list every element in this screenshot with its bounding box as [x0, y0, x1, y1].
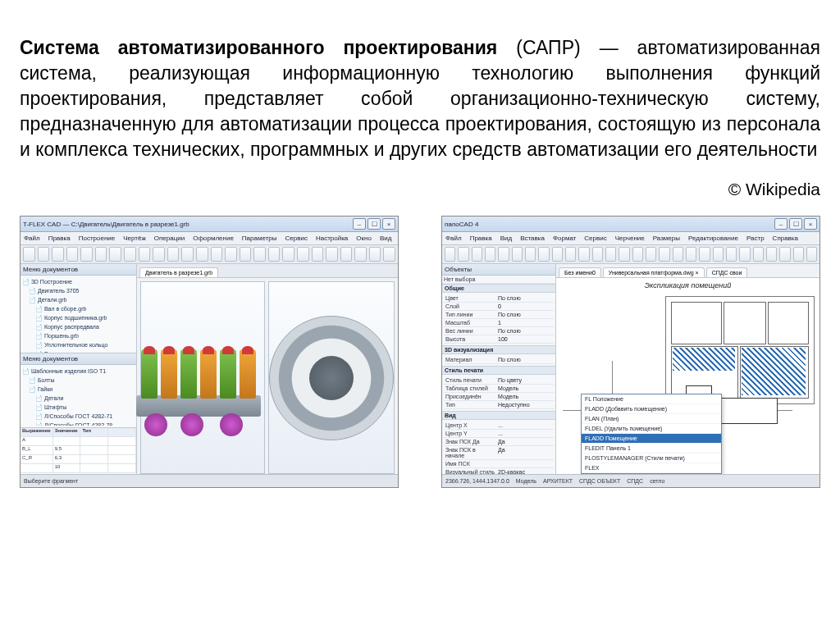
- tree-node[interactable]: Детали.grb: [22, 295, 135, 304]
- toolbar-button[interactable]: [282, 247, 294, 262]
- menu-item[interactable]: Растр: [746, 235, 765, 242]
- toolbar-button[interactable]: [779, 247, 790, 262]
- property-value[interactable]: Да: [496, 438, 554, 445]
- grid-cell[interactable]: [108, 446, 136, 455]
- menu-item[interactable]: Окно: [356, 235, 372, 242]
- popup-item[interactable]: FLEDIT Панель 1: [582, 444, 721, 454]
- document-tab[interactable]: СПДС свои: [706, 267, 748, 277]
- close-icon[interactable]: ×: [382, 218, 395, 230]
- menu-item[interactable]: Вид: [500, 235, 512, 242]
- toolbar-button[interactable]: [512, 247, 523, 262]
- menu-item[interactable]: Сервис: [285, 235, 308, 242]
- property-value[interactable]: ...: [496, 422, 554, 429]
- toolbar-button[interactable]: [646, 247, 656, 262]
- property-value[interactable]: Модель: [496, 393, 554, 400]
- property-row[interactable]: ЦветПо слою: [444, 294, 554, 303]
- grid-cell[interactable]: [21, 464, 53, 473]
- grid-cell[interactable]: [108, 437, 136, 446]
- grid-cell[interactable]: [108, 464, 136, 473]
- toolbar-button[interactable]: [383, 247, 395, 262]
- toolbar-button[interactable]: [806, 247, 817, 262]
- grid-cell[interactable]: [108, 455, 136, 464]
- toolbar-button[interactable]: [38, 247, 50, 262]
- minimize-icon[interactable]: –: [774, 218, 788, 230]
- grid-cell[interactable]: C_R: [21, 455, 53, 464]
- toolbar-button[interactable]: [312, 247, 324, 262]
- grid-cell[interactable]: [80, 437, 108, 446]
- toolbar-button[interactable]: [445, 247, 455, 262]
- status-tab[interactable]: Модель: [516, 478, 536, 484]
- tree-node[interactable]: Поршень.grb: [22, 331, 135, 340]
- toolbar-button[interactable]: [673, 247, 683, 262]
- toolbar-button[interactable]: [240, 247, 252, 262]
- model-tree[interactable]: 3D ПостроениеДвигатель 3705Детали.grbВал…: [21, 276, 136, 353]
- toolbar-button[interactable]: [124, 247, 136, 262]
- grid-cell[interactable]: B_L: [21, 446, 53, 455]
- toolbar-button[interactable]: [80, 247, 93, 262]
- toolbar-button[interactable]: [225, 247, 237, 262]
- popup-item[interactable]: FLADD (Добавить помещение): [582, 404, 721, 414]
- tree-node[interactable]: 3D Построение: [22, 277, 135, 286]
- toolbar-button[interactable]: [619, 247, 629, 262]
- menu-item[interactable]: Файл: [445, 235, 462, 242]
- status-tab[interactable]: СПДС ОБЪЕКТ: [579, 478, 620, 484]
- close-icon[interactable]: ×: [804, 218, 817, 230]
- grid-cell[interactable]: [80, 455, 108, 464]
- status-tab[interactable]: АРХИТЕКТ: [543, 478, 573, 484]
- tree-node[interactable]: Корпус подшипника.grb: [22, 313, 135, 322]
- menu-item[interactable]: Вставка: [520, 235, 545, 242]
- toolbar-button[interactable]: [153, 247, 165, 262]
- toolbar-button[interactable]: [458, 247, 468, 262]
- menu-item[interactable]: Параметры: [242, 235, 277, 242]
- property-value[interactable]: Модель: [496, 385, 554, 392]
- viewport-3d-engine[interactable]: [140, 281, 265, 474]
- status-tab[interactable]: СПДС: [627, 478, 643, 484]
- toolbar-button[interactable]: [565, 247, 576, 262]
- menu-item[interactable]: Формат: [553, 235, 576, 242]
- tree-node[interactable]: Двигатель 3705: [22, 286, 135, 295]
- property-value[interactable]: 100: [496, 335, 554, 343]
- property-value[interactable]: По слою: [496, 311, 554, 318]
- toolbar-button[interactable]: [578, 247, 589, 262]
- autocomplete-popup[interactable]: FL ПоложениеFLADD (Добавить помещение)FL…: [581, 394, 722, 474]
- grid-cell[interactable]: [80, 464, 108, 473]
- viewport-3d-flywheel[interactable]: [268, 281, 395, 474]
- document-tab[interactable]: Двигатель в разрезе1.grb: [139, 267, 218, 277]
- menu-item[interactable]: Правка: [470, 235, 492, 242]
- property-row[interactable]: Масштаб1: [444, 319, 554, 327]
- tree-node[interactable]: Л/Способы ГОСТ 4282-71: [22, 412, 135, 421]
- menu-item[interactable]: Вид: [380, 235, 391, 242]
- toolbar-button[interactable]: [592, 247, 603, 262]
- toolbar-button[interactable]: [297, 247, 309, 262]
- grid-cell[interactable]: 6,3: [53, 455, 81, 464]
- tree-node[interactable]: Уплотнительное кольцо: [22, 340, 135, 349]
- property-row[interactable]: Знак ПСК ДаДа: [444, 438, 554, 446]
- property-value[interactable]: По слою: [496, 356, 554, 363]
- document-tab[interactable]: Без имени0: [559, 267, 601, 277]
- toolbar-button[interactable]: [52, 247, 64, 262]
- property-row[interactable]: Стиль печатиПо цвету: [444, 376, 554, 385]
- toolbar-button[interactable]: [253, 247, 266, 262]
- menu-item[interactable]: Оформление: [193, 235, 234, 242]
- menu-item[interactable]: Чертёж: [123, 235, 146, 242]
- property-row[interactable]: Высота100: [444, 335, 554, 344]
- grid-cell[interactable]: A: [21, 437, 53, 446]
- toolbar-button[interactable]: [538, 247, 549, 262]
- property-value[interactable]: Да: [496, 446, 554, 459]
- property-row[interactable]: Тип линииПо слою: [444, 311, 554, 319]
- toolbar-button[interactable]: [340, 247, 353, 262]
- toolbar-button[interactable]: [167, 247, 180, 262]
- toolbar-button[interactable]: [766, 247, 777, 262]
- property-value[interactable]: По слою: [496, 327, 554, 335]
- toolbar-button[interactable]: [686, 247, 696, 262]
- menu-item[interactable]: Операции: [154, 235, 185, 242]
- property-row[interactable]: ПрисоединёнМодель: [444, 393, 554, 401]
- toolbar-button[interactable]: [739, 247, 750, 262]
- tree-node[interactable]: Л/Способы ГОСТ 4282-78: [22, 421, 135, 426]
- menu-item[interactable]: Справка: [773, 235, 798, 242]
- toolbar-button[interactable]: [699, 247, 710, 262]
- toolbar-button[interactable]: [726, 247, 737, 262]
- toolbar-button[interactable]: [753, 247, 764, 262]
- property-value[interactable]: По цвету: [496, 376, 554, 384]
- tree-node[interactable]: Шаблонные изделия ISO T1: [22, 367, 135, 376]
